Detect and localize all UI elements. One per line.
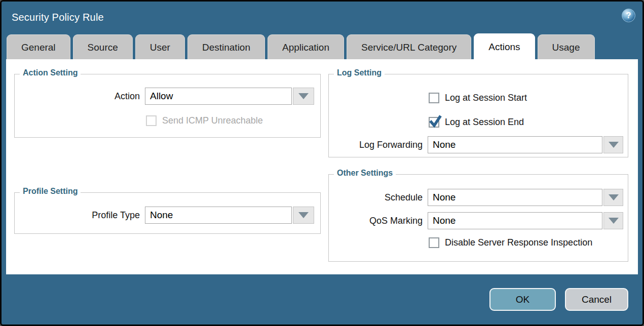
actions-tab-panel: Action Setting Action Allow Send ICMP Un… bbox=[6, 59, 638, 274]
help-icon[interactable]: ? bbox=[622, 9, 635, 22]
log-forwarding-dropdown-value[interactable]: None bbox=[428, 136, 602, 153]
send-icmp-unreachable-checkbox: Send ICMP Unreachable bbox=[146, 115, 263, 126]
tab-source[interactable]: Source bbox=[73, 34, 133, 59]
tab-bar: General Source User Destination Applicat… bbox=[2, 34, 642, 59]
log-forwarding-dropdown-arrow-button[interactable] bbox=[603, 136, 623, 153]
cancel-button[interactable]: Cancel bbox=[565, 288, 628, 311]
question-mark-glyph: ? bbox=[626, 11, 631, 20]
tab-service-url-category[interactable]: Service/URL Category bbox=[347, 34, 471, 59]
disable-server-response-inspection-checkbox[interactable]: Disable Server Response Inspection bbox=[429, 237, 592, 248]
action-label: Action bbox=[15, 91, 140, 102]
tab-user[interactable]: User bbox=[135, 34, 185, 59]
log-at-session-end-checkbox[interactable]: Log at Session End bbox=[429, 117, 524, 128]
qos-marking-dropdown-value[interactable]: None bbox=[428, 212, 602, 229]
group-legend: Other Settings bbox=[334, 169, 396, 178]
chevron-down-icon bbox=[609, 142, 619, 148]
checkbox-label: Log at Session End bbox=[445, 117, 524, 128]
chevron-down-icon bbox=[609, 218, 619, 224]
checkbox-label: Send ICMP Unreachable bbox=[162, 115, 263, 126]
dialog-footer: OK Cancel bbox=[2, 274, 642, 324]
profile-setting-group: Profile Setting Profile Type None bbox=[14, 192, 321, 234]
checkbox-box[interactable] bbox=[429, 237, 439, 248]
profile-type-label: Profile Type bbox=[15, 210, 140, 221]
qos-marking-dropdown-arrow-button[interactable] bbox=[603, 212, 623, 229]
log-forwarding-dropdown[interactable]: None bbox=[428, 136, 623, 153]
log-at-session-start-checkbox[interactable]: Log at Session Start bbox=[429, 93, 527, 103]
schedule-dropdown-arrow-button[interactable] bbox=[603, 189, 623, 206]
profile-type-dropdown[interactable]: None bbox=[145, 207, 314, 224]
chevron-down-icon bbox=[298, 93, 309, 99]
checkbox-label: Disable Server Response Inspection bbox=[445, 237, 592, 248]
action-dropdown[interactable]: Allow bbox=[145, 88, 314, 105]
action-dropdown-arrow-button[interactable] bbox=[293, 88, 314, 105]
action-setting-group: Action Setting Action Allow Send ICMP Un… bbox=[14, 74, 321, 138]
other-settings-group: Other Settings Schedule None QoS Marking… bbox=[328, 174, 628, 262]
schedule-dropdown[interactable]: None bbox=[428, 189, 623, 206]
schedule-label: Schedule bbox=[329, 192, 423, 203]
checkbox-box[interactable] bbox=[429, 93, 439, 103]
qos-marking-dropdown[interactable]: None bbox=[428, 212, 623, 229]
profile-type-dropdown-arrow-button[interactable] bbox=[293, 207, 314, 224]
ok-button[interactable]: OK bbox=[489, 288, 556, 311]
checkbox-box[interactable] bbox=[429, 117, 439, 128]
tab-application[interactable]: Application bbox=[268, 34, 344, 59]
log-setting-group: Log Setting Log at Session Start Log at … bbox=[328, 74, 628, 157]
group-legend: Action Setting bbox=[20, 68, 81, 77]
group-legend: Log Setting bbox=[334, 68, 385, 77]
titlebar: Security Policy Rule ? bbox=[2, 2, 642, 34]
profile-type-dropdown-value[interactable]: None bbox=[145, 207, 292, 224]
log-forwarding-label: Log Forwarding bbox=[329, 140, 423, 150]
tab-usage[interactable]: Usage bbox=[538, 34, 595, 59]
tab-general[interactable]: General bbox=[7, 34, 70, 59]
group-legend: Profile Setting bbox=[20, 187, 81, 196]
dialog-title: Security Policy Rule bbox=[12, 2, 104, 33]
chevron-down-icon bbox=[609, 194, 619, 200]
checkbox-box bbox=[146, 115, 157, 126]
tab-actions[interactable]: Actions bbox=[474, 33, 535, 59]
tab-destination[interactable]: Destination bbox=[187, 34, 265, 59]
checkbox-label: Log at Session Start bbox=[445, 93, 527, 103]
schedule-dropdown-value[interactable]: None bbox=[428, 189, 602, 206]
action-dropdown-value[interactable]: Allow bbox=[145, 88, 292, 105]
qos-marking-label: QoS Marking bbox=[329, 216, 423, 226]
chevron-down-icon bbox=[298, 212, 309, 218]
security-policy-rule-dialog: Security Policy Rule ? General Source Us… bbox=[0, 0, 644, 326]
checkmark-icon bbox=[429, 115, 442, 129]
